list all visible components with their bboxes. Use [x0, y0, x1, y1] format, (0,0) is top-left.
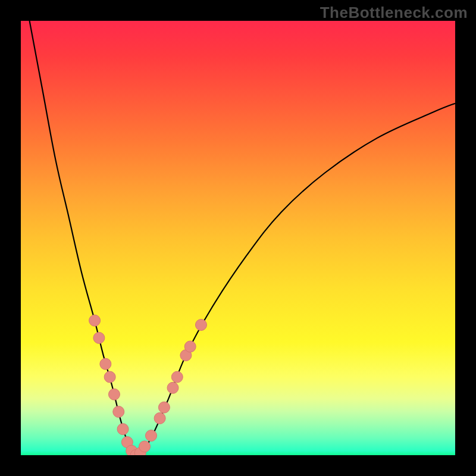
- chart-frame: TheBottleneck.com: [0, 0, 476, 476]
- data-marker: [108, 389, 120, 400]
- data-marker: [104, 371, 115, 383]
- data-marker: [93, 332, 105, 343]
- data-marker: [126, 445, 137, 455]
- data-markers: [89, 315, 207, 455]
- data-marker: [117, 424, 129, 435]
- data-marker: [121, 437, 133, 448]
- data-marker: [146, 430, 157, 441]
- data-marker: [195, 320, 206, 331]
- data-marker: [130, 450, 142, 456]
- bottleneck-curve: [30, 21, 455, 455]
- chart-overlay: [21, 21, 455, 455]
- data-marker: [134, 447, 146, 455]
- data-marker: [89, 315, 101, 326]
- data-marker: [158, 402, 170, 413]
- data-marker: [184, 341, 196, 352]
- data-marker: [180, 350, 192, 361]
- data-marker: [154, 412, 165, 424]
- plot-area: [21, 21, 455, 455]
- data-marker: [139, 441, 151, 452]
- data-marker: [167, 382, 178, 393]
- data-marker: [113, 406, 124, 418]
- watermark-text: TheBottleneck.com: [320, 4, 468, 22]
- data-marker: [100, 358, 111, 369]
- data-marker: [171, 371, 183, 383]
